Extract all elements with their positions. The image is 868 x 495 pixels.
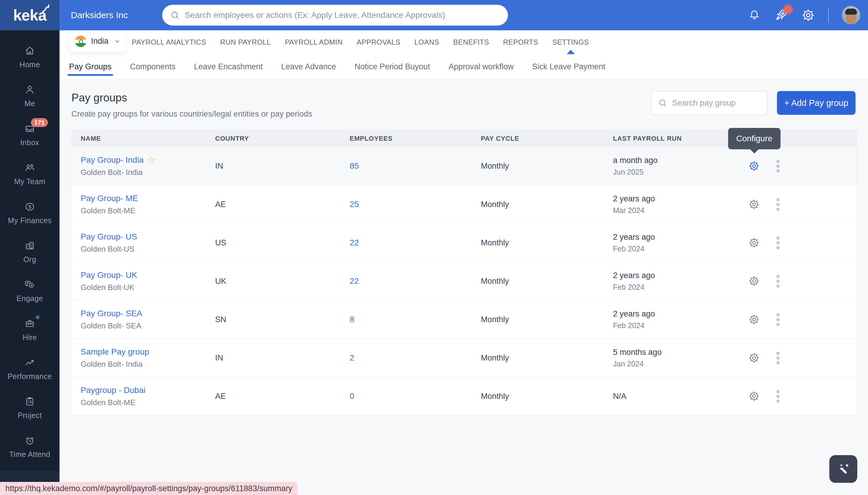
employee-count-link[interactable]: 25 [350, 200, 359, 209]
country-code: US [206, 238, 341, 248]
configure-gear-icon[interactable] [748, 352, 760, 363]
tab-sick-leave-payment[interactable]: Sick Leave Payment [532, 62, 605, 71]
tab-pay-groups[interactable]: Pay Groups [69, 62, 112, 71]
paygroup-name-link[interactable]: Paygroup - Dubai [81, 386, 146, 395]
topbar: keka Darksiders Inc [0, 0, 868, 30]
col-last-payroll-run: LAST PAYROLL RUN [604, 135, 742, 142]
configure-gear-icon[interactable] [748, 199, 760, 210]
nav-payroll-analytics[interactable]: PAYROLL ANALYTICS [132, 38, 206, 46]
configure-gear-icon[interactable] [748, 391, 760, 402]
kebab-menu[interactable] [775, 197, 781, 212]
sidebar-item-inbox[interactable]: 171 Inbox [0, 116, 59, 154]
table-row: Pay Group- SEA Golden Bolt- SEA SN 8 Mon… [72, 300, 857, 339]
kebab-menu[interactable] [775, 389, 781, 404]
configure-gear-icon[interactable] [748, 275, 760, 287]
kebab-menu[interactable] [775, 312, 781, 327]
engage-icon [24, 279, 35, 291]
employee-count-link[interactable]: 22 [350, 238, 359, 247]
pay-cycle: Monthly [472, 277, 604, 286]
magic-wand-button[interactable] [829, 455, 857, 483]
sidebar-item-org[interactable]: Org [0, 232, 59, 271]
sidebar-item-project[interactable]: Project [0, 388, 59, 427]
magic-wand-icon [836, 461, 851, 477]
paygroup-name-link[interactable]: Pay Group- ME [81, 194, 138, 203]
sidebar-item-time-attend[interactable]: Time Attend [0, 427, 59, 466]
configure-gear-icon[interactable] [748, 314, 760, 325]
pay-cycle: Monthly [472, 161, 604, 171]
page-subtitle: Create pay groups for various countries/… [71, 109, 312, 119]
employee-count-link[interactable]: 8 [350, 315, 354, 324]
global-search[interactable] [162, 5, 508, 25]
paygroup-name-link[interactable]: Pay Group- India [81, 155, 144, 165]
nav-payroll-admin[interactable]: PAYROLL ADMIN [285, 38, 342, 46]
sidebar-item-home[interactable]: Home [0, 37, 59, 76]
kebab-menu[interactable] [775, 273, 781, 289]
col-pay-cycle: PAY CYCLE [472, 135, 604, 142]
paygroup-name-link[interactable]: Sample Pay group [81, 347, 149, 357]
keka-logo[interactable]: keka [0, 0, 59, 30]
global-search-input[interactable] [185, 11, 500, 20]
sidebar-item-performance[interactable]: Performance [0, 349, 59, 388]
rocket-badge-dot [784, 6, 792, 13]
legal-entity: Golden Bolt-ME [81, 398, 206, 407]
nav-reports[interactable]: REPORTS [503, 38, 538, 46]
tab-leave-advance[interactable]: Leave Advance [281, 62, 336, 71]
org-icon [24, 240, 35, 252]
star-icon[interactable]: ☆ [147, 155, 156, 165]
rocket-icon[interactable] [774, 8, 788, 22]
last-run-date: Feb 2024 [613, 244, 742, 253]
finances-icon: $ [24, 201, 35, 213]
kebab-menu[interactable] [775, 158, 781, 174]
legal-entity: Golden Bolt- India [81, 168, 206, 177]
paygroup-name-link[interactable]: Pay Group- SEA [81, 309, 142, 318]
kebab-menu[interactable] [775, 350, 781, 366]
pay-group-search-input[interactable] [672, 99, 760, 108]
module-nav: India PAYROLL ANALYTICS RUN PAYROLL PAYR… [59, 30, 868, 54]
configure-gear-icon[interactable] [748, 237, 760, 249]
add-pay-group-button[interactable]: + Add Pay group [777, 91, 855, 115]
paygroup-name-link[interactable]: Pay Group- UK [81, 270, 137, 280]
user-icon [24, 84, 35, 96]
nav-settings[interactable]: SETTINGS [552, 38, 589, 46]
configure-gear-icon[interactable] [748, 160, 760, 172]
col-name: NAME [72, 135, 206, 142]
pay-cycle: Monthly [472, 392, 604, 401]
chevron-down-icon [114, 38, 120, 45]
last-run-date: Mar 2024 [613, 206, 742, 215]
tab-notice-period-buyout[interactable]: Notice Period Buyout [354, 62, 430, 71]
sidebar-item-engage[interactable]: Engage [0, 271, 59, 310]
employee-count-link[interactable]: 22 [350, 276, 359, 286]
last-run-relative: 2 years ago [613, 271, 742, 280]
nav-approvals[interactable]: APPROVALS [357, 38, 400, 46]
tab-approval-workflow[interactable]: Approval workflow [448, 62, 514, 71]
legal-entity: Golden Bolt-ME [81, 206, 206, 216]
employee-count-link[interactable]: 85 [350, 161, 359, 170]
paygroup-name-link[interactable]: Pay Group- US [81, 232, 137, 241]
tab-components[interactable]: Components [130, 62, 175, 71]
page-title: Pay groups [71, 92, 127, 104]
country-selector[interactable]: India [69, 30, 126, 52]
pay-group-search[interactable] [651, 91, 767, 115]
search-icon [658, 98, 667, 108]
pay-cycle: Monthly [472, 315, 604, 324]
bell-icon[interactable] [748, 8, 761, 22]
user-avatar[interactable] [842, 6, 860, 24]
tab-leave-encashment[interactable]: Leave Encashment [194, 62, 263, 71]
sidebar-item-me[interactable]: Me [0, 76, 59, 116]
table-row: Pay Group- US Golden Bolt-US US 22 Month… [72, 223, 857, 262]
sidebar-item-hire[interactable]: Hire [0, 310, 59, 349]
employee-count-link[interactable]: 0 [350, 392, 354, 401]
sidebar-item-my-team[interactable]: My Team [0, 154, 59, 193]
nav-loans[interactable]: LOANS [414, 38, 439, 46]
employee-count-link[interactable]: 2 [350, 353, 354, 362]
pay-cycle: Monthly [472, 354, 604, 363]
table-row: Pay Group- ME Golden Bolt-ME AE 25 Month… [72, 185, 857, 223]
hire-notification-dot [35, 315, 40, 320]
sidebar-item-my-finances[interactable]: $ My Finances [0, 193, 59, 232]
last-run-relative: a month ago [613, 156, 742, 165]
last-run-relative: 5 months ago [613, 348, 742, 357]
kebab-menu[interactable] [775, 235, 781, 251]
nav-run-payroll[interactable]: RUN PAYROLL [220, 38, 271, 46]
gear-icon[interactable] [801, 8, 815, 22]
nav-benefits[interactable]: BENEFITS [453, 38, 489, 46]
